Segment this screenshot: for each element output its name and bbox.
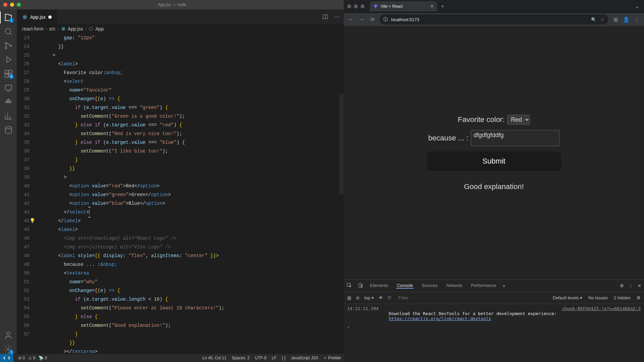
activity-bar: 1 4 1 xyxy=(0,9,17,354)
console-prompt[interactable]: › xyxy=(347,324,641,329)
minimap[interactable] xyxy=(339,34,344,354)
svg-point-24 xyxy=(63,28,64,29)
close-tab-icon[interactable]: ✕ xyxy=(430,4,434,9)
window-title: App.jsx — code xyxy=(158,2,186,7)
tab-title: Vite + React xyxy=(381,4,402,9)
inspect-icon[interactable] xyxy=(346,283,352,289)
color-select[interactable]: Red xyxy=(507,115,530,125)
svg-rect-30 xyxy=(361,285,363,287)
search-icon[interactable] xyxy=(4,27,13,36)
hidden-count[interactable]: 2 hidden xyxy=(614,295,631,300)
back-icon[interactable]: ← xyxy=(347,16,355,23)
svg-rect-12 xyxy=(10,101,11,103)
prettier-status[interactable]: ✓ Prettier xyxy=(324,356,341,360)
address-bar[interactable]: ⓘ localhost:5173 🔍 ☆ xyxy=(379,14,608,24)
browser-tab[interactable]: Vite + React ✕ xyxy=(370,1,437,11)
devtools-tab-sources[interactable]: Sources xyxy=(421,283,438,288)
ports-icon[interactable]: 📡 0 xyxy=(39,356,47,360)
svg-point-14 xyxy=(7,332,10,335)
devtools-tab-network[interactable]: Network xyxy=(446,283,463,288)
svg-rect-11 xyxy=(8,99,9,101)
new-tab-icon[interactable]: + xyxy=(441,3,444,9)
submit-button[interactable]: Submit xyxy=(427,152,561,171)
more-tabs-icon[interactable]: » xyxy=(503,283,505,288)
log-levels[interactable]: Default levels ▾ xyxy=(553,295,583,300)
issues-count[interactable]: No Issues xyxy=(588,295,608,300)
why-textarea[interactable]: dfgdfgfddfg xyxy=(471,130,559,146)
page-content: Favorite color: Red because ... : dfgdfg… xyxy=(344,26,644,280)
tabs-dropdown-icon[interactable]: ⌄ xyxy=(635,3,639,9)
devtools-close-icon[interactable]: ✕ xyxy=(638,283,641,288)
status-bar: ⊘ 0 ⚠ 0 📡 0 Ln 45, Col 11 Spaces: 2 UTF-… xyxy=(0,354,344,362)
context-selector[interactable]: top ▾ xyxy=(364,295,374,300)
minimap-thumb[interactable] xyxy=(339,94,344,194)
menu-icon[interactable]: ⋮ xyxy=(633,16,641,23)
docker-icon[interactable] xyxy=(4,97,13,107)
svg-rect-5 xyxy=(9,70,12,73)
device-toggle-icon[interactable] xyxy=(358,283,363,289)
minimize-window-icon[interactable] xyxy=(10,3,14,7)
source-control-icon[interactable] xyxy=(4,41,13,50)
svg-point-15 xyxy=(7,348,10,351)
minimize-window-icon[interactable] xyxy=(354,4,358,8)
log-timestamp: 14:22:21.394 xyxy=(347,306,384,311)
vscode-window: App.jsx — code 1 4 xyxy=(0,0,344,362)
console-sidebar-icon[interactable]: ▥ xyxy=(347,295,351,300)
devtools-menu-icon[interactable]: ⋮ xyxy=(629,283,633,288)
graph-icon[interactable] xyxy=(4,111,13,121)
reload-icon[interactable]: ⟳ xyxy=(369,16,376,23)
profile-icon[interactable]: 👤 xyxy=(623,16,630,23)
extensions-icon[interactable]: 4 xyxy=(4,69,13,78)
devtools-tab-performance[interactable]: Performance xyxy=(470,283,496,288)
database-icon[interactable] xyxy=(4,125,13,135)
svg-point-3 xyxy=(10,45,12,47)
explorer-icon[interactable]: 1 xyxy=(4,13,13,22)
warning-count[interactable]: ⚠ 0 xyxy=(28,356,35,360)
remote-indicator[interactable] xyxy=(0,354,13,362)
code-editor[interactable]: 2324252627282930313233343536373839404142… xyxy=(17,34,344,354)
devtools-tab-elements[interactable]: Elements xyxy=(369,283,389,288)
split-editor-icon[interactable] xyxy=(322,13,328,20)
extensions-icon[interactable]: ⊞ xyxy=(612,16,619,23)
svg-rect-28 xyxy=(347,283,350,286)
settings-icon[interactable]: 1 xyxy=(4,345,13,354)
console-toolbar: ▥ ⊘ top ▾ 👁 ▽ Default levels ▾ No Issues… xyxy=(344,292,644,304)
zoom-icon[interactable]: 🔍 xyxy=(591,17,596,22)
log-message: Download the React DevTools for a better… xyxy=(389,311,641,316)
devtools-tab-console[interactable]: Console xyxy=(396,283,414,289)
more-icon[interactable] xyxy=(334,13,340,20)
maximize-window-icon[interactable] xyxy=(361,4,365,8)
braces-icon[interactable]: { } xyxy=(282,356,285,360)
site-info-icon[interactable]: ⓘ xyxy=(383,16,388,22)
close-window-icon[interactable] xyxy=(3,3,7,7)
dirty-indicator-icon xyxy=(48,15,52,19)
svg-rect-8 xyxy=(5,85,12,90)
svg-point-21 xyxy=(335,16,335,17)
log-link[interactable]: https://reactjs.org/link/react-devtools xyxy=(389,316,491,321)
eol-info[interactable]: LF xyxy=(272,356,276,360)
devtools-settings-icon[interactable]: ⚙ xyxy=(620,283,624,288)
svg-point-13 xyxy=(5,127,12,129)
console-settings-icon[interactable]: ⚙ xyxy=(637,295,641,300)
log-source[interactable]: chunk-REFQX4J5.js?v=661468a2:3 xyxy=(562,306,641,311)
bookmark-icon[interactable]: ☆ xyxy=(600,17,604,22)
debug-icon[interactable] xyxy=(4,55,13,64)
live-expression-icon[interactable]: 👁 xyxy=(379,295,383,300)
breadcrumb[interactable]: react-form › src › App.jsx › App xyxy=(17,24,344,34)
maximize-window-icon[interactable] xyxy=(17,3,21,7)
encoding-info[interactable]: UTF-8 xyxy=(255,356,266,360)
cursor-position[interactable]: Ln 45, Col 11 xyxy=(202,356,226,360)
browser-window: Vite + React ✕ + ⌄ ← → ⟳ ⓘ localhost:517… xyxy=(344,0,644,362)
editor-tab[interactable]: App.jsx xyxy=(17,9,57,24)
filter-input[interactable] xyxy=(396,294,548,302)
color-label: Favorite color: xyxy=(458,115,504,124)
console-output[interactable]: 14:22:21.394 chunk-REFQX4J5.js?v=661468a… xyxy=(344,304,644,362)
indent-info[interactable]: Spaces: 2 xyxy=(232,356,250,360)
language-mode[interactable]: JavaScript JSX xyxy=(291,356,318,360)
clear-console-icon[interactable]: ⊘ xyxy=(356,295,360,300)
close-window-icon[interactable] xyxy=(347,4,351,8)
forward-icon[interactable]: → xyxy=(358,16,365,23)
account-icon[interactable] xyxy=(4,330,13,340)
remote-icon[interactable] xyxy=(4,83,13,93)
error-count[interactable]: ⊘ 0 xyxy=(18,356,25,360)
